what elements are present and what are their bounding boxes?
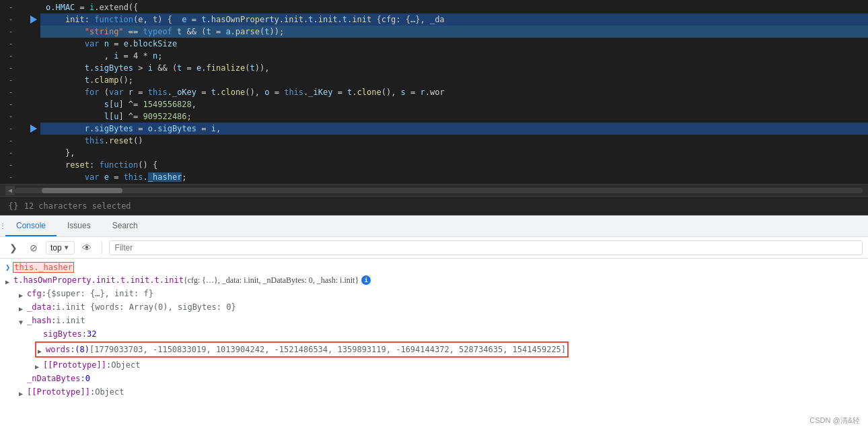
gutter (27, 0, 40, 184)
expand-triangle[interactable] (5, 276, 13, 284)
words-val: [1779033703, -1150833019, 1013904242, -1… (89, 343, 566, 356)
scrollbar-thumb[interactable] (42, 188, 122, 193)
hash-expand[interactable] (19, 317, 27, 325)
code-line: this.reset() (40, 135, 868, 147)
devtools-tabs: ⋮ Console Issues Search (0, 216, 868, 237)
highlighted-var: this._hasher (13, 262, 74, 273)
info-icon[interactable]: i (361, 275, 371, 285)
object-type: t.hasOwnProperty.init.t.init.t.init (13, 274, 184, 286)
code-line: t.sigBytes > i && (t = e.finalize(t)), (40, 62, 868, 74)
data-key: _data (27, 301, 51, 313)
proto-hash-val: Object (111, 359, 140, 371)
devtools-panel: ⋮ Console Issues Search ❯ ⊘ top ▼ 👁 ❯ th… (0, 216, 868, 431)
status-bar: {} 12 characters selected (0, 196, 868, 215)
code-line: init: function(e, t) { e = t.hasOwnPrope… (40, 13, 868, 26)
context-selector[interactable]: top ▼ (46, 241, 75, 255)
watermark: CSDN @清&轻 (809, 416, 860, 426)
code-line: var e = this._hasher; (40, 171, 868, 183)
scrollbar-track[interactable] (15, 188, 863, 193)
cfg-val: {$super: {…}, init: f} (46, 288, 153, 300)
hash-val: i.init (56, 314, 85, 327)
line-numbers: - - - - - - - - - - - - - - - (0, 0, 27, 184)
curly-braces-icon: {} (8, 201, 19, 211)
drag-handle: ⋮ (0, 216, 5, 236)
clear-console-btn[interactable]: ⊘ (26, 240, 42, 256)
proto-hash-row: [[Prototype]] : Object (0, 358, 868, 372)
code-editor: - - - - - - - - - - - - - - - (0, 0, 868, 216)
object-output-row: t.hasOwnProperty.init.t.init.t.init {cfg… (0, 273, 868, 287)
code-content: o.HMAC = i.extend({ init: function(e, t)… (40, 0, 868, 184)
filter-input[interactable] (109, 240, 863, 255)
words-expand[interactable] (38, 345, 46, 354)
code-line: s[u] ^= 1549556828, (40, 98, 868, 110)
hash-key: _hash (27, 314, 51, 327)
code-line: reset: function() { (40, 159, 868, 171)
cfg-key: cfg (27, 288, 42, 300)
chevron-down-icon: ▼ (63, 244, 70, 251)
words-highlight-box: words : (8) [1779033703, -1150833019, 10… (35, 341, 569, 358)
tab-search[interactable]: Search (102, 216, 149, 236)
code-line: l[u] ^= 909522486; (40, 110, 868, 123)
code-line: }, (40, 147, 868, 159)
code-line: t.clamp(); (40, 74, 868, 86)
code-line: for (var r = this._oKey = t.clone(), o =… (40, 86, 868, 98)
devtools-content: ❯ this._hasher t.hasOwnProperty.init.t.i… (0, 259, 868, 431)
scroll-left-btn[interactable]: ◀ (5, 186, 15, 195)
console-input-row: ❯ this._hasher (0, 261, 868, 273)
horizontal-scrollbar[interactable]: ◀ (0, 184, 868, 196)
proto-top-row: [[Prototype]] : Object (0, 385, 868, 399)
cfg-row: cfg : {$super: {…}, init: f} (0, 287, 868, 300)
data-expand[interactable] (19, 303, 27, 311)
context-label: top (50, 243, 62, 253)
words-row: words : (8) [1779033703, -1150833019, 10… (0, 341, 868, 358)
proto-hash-key: [[Prototype]] (43, 359, 106, 371)
code-line: var n = e.blockSize (40, 38, 868, 50)
prompt-arrow: ❯ (5, 263, 10, 272)
code-line: o.HMAC = i.extend({ (40, 1, 868, 13)
prompt-icon-btn[interactable]: ❯ (5, 240, 22, 256)
sigbytes-key: sigBytes (43, 328, 82, 340)
proto-top-key: [[Prototype]] (27, 386, 90, 398)
hash-row: _hash : i.init (0, 314, 868, 327)
ndatabytes-val: 0 (85, 372, 90, 385)
sigbytes-val: 32 (87, 328, 96, 340)
divider (102, 242, 102, 254)
sigbytes-row: sigBytes : 32 (0, 327, 868, 341)
proto-top-expand[interactable] (19, 388, 27, 396)
data-row: _data : i.init {words: Array(0), sigByte… (0, 300, 868, 314)
devtools-toolbar: ❯ ⊘ top ▼ 👁 (0, 237, 868, 259)
hash-colon: : (51, 314, 56, 327)
eye-icon-btn[interactable]: 👁 (79, 240, 95, 256)
ndatabytes-row: _nDataBytes : 0 (0, 372, 868, 385)
words-count: (8) (75, 343, 89, 356)
code-area: - - - - - - - - - - - - - - - (0, 0, 868, 184)
ndatabytes-key: _nDataBytes (27, 372, 80, 385)
cfg-colon: : (42, 288, 46, 300)
words-key: words (46, 343, 70, 356)
status-text: 12 characters selected (24, 201, 131, 211)
data-colon: : (51, 301, 56, 313)
cfg-expand[interactable] (19, 290, 27, 298)
tab-issues[interactable]: Issues (57, 216, 102, 236)
proto-top-val: Object (95, 386, 124, 398)
object-preview: {cfg: {…}, _data: i.init, _nDataBytes: 0… (184, 274, 359, 286)
code-line: , i = 4 * n; (40, 50, 868, 62)
code-line: "string" == typeof t && (t = a.parse(t))… (40, 26, 868, 38)
console-input-text: this._hasher (13, 263, 74, 272)
code-line: r.sigBytes = o.sigBytes = i, (40, 123, 868, 135)
data-val: i.init {words: Array(0), sigBytes: 0} (56, 301, 236, 313)
proto-hash-expand[interactable] (35, 361, 43, 369)
tab-console[interactable]: Console (5, 216, 57, 236)
